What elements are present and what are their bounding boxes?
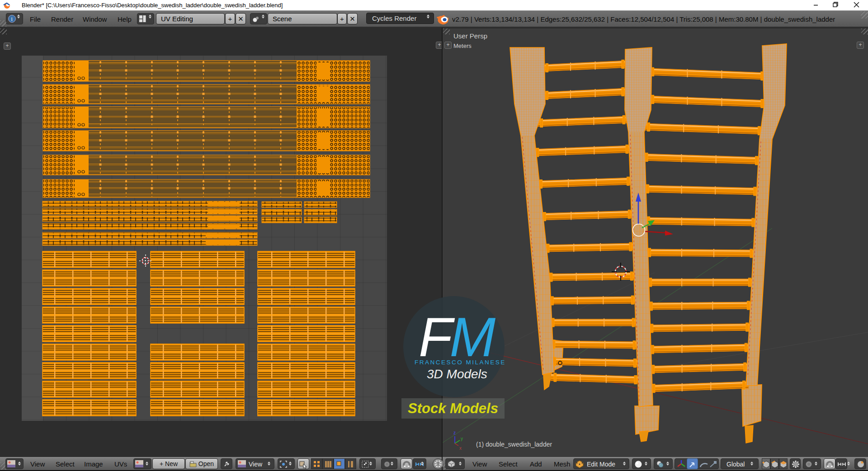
svg-text:x: x <box>459 446 462 451</box>
svg-text:y: y <box>461 436 463 441</box>
svg-text:z: z <box>453 430 456 435</box>
